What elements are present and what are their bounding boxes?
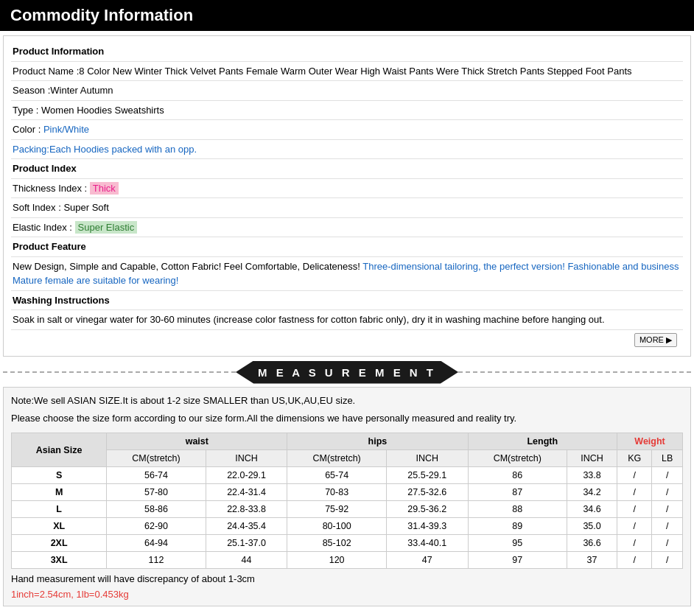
- hips-inch-cell: 31.4-39.3: [386, 518, 468, 535]
- kg-cell: /: [617, 535, 652, 552]
- waist-inch-cell: 22.8-33.8: [206, 501, 287, 518]
- table-row: XL 62-90 24.4-35.4 80-100 31.4-39.3 89 3…: [12, 518, 683, 535]
- commodity-header: Commodity Information: [0, 0, 694, 31]
- table-row: 3XL 112 44 120 47 97 37 / /: [12, 552, 683, 569]
- length-inch: INCH: [567, 450, 617, 467]
- hips-cm-cell: 65-74: [287, 467, 387, 484]
- size-table: Asian Size waist hips Length Weight CM(s…: [11, 433, 683, 569]
- footer-note-2: 1inch=2.54cm, 1lb=0.453kg: [11, 589, 683, 600]
- waist-cm-cell: 112: [107, 552, 206, 569]
- lb-cell: /: [652, 501, 683, 518]
- footer-note-2-text: 1inch=2.54cm, 1lb=0.453kg: [11, 589, 129, 600]
- lb-cell: /: [652, 552, 683, 569]
- kg-cell: /: [617, 518, 652, 535]
- hips-inch: INCH: [386, 450, 468, 467]
- product-info-title: Product Information: [13, 46, 104, 57]
- footer-note-1-text: Hand measurement will have discrepancy o…: [11, 573, 255, 584]
- length-inch-cell: 37: [567, 552, 617, 569]
- season-label: Season :: [13, 85, 50, 96]
- hips-cm: CM(stretch): [287, 450, 387, 467]
- hips-inch-cell: 33.4-40.1: [386, 535, 468, 552]
- kg-cell: /: [617, 552, 652, 569]
- footer-note-1: Hand measurement will have discrepancy o…: [11, 573, 683, 584]
- more-btn-wrapper: MORE ▶: [11, 330, 683, 350]
- size-cell: 2XL: [12, 535, 107, 552]
- lb-cell: /: [652, 467, 683, 484]
- hips-cm-cell: 80-100: [287, 518, 387, 535]
- waist-cm-cell: 56-74: [107, 467, 206, 484]
- washing-instruction: Soak in salt or vinegar water for 30-60 …: [13, 314, 605, 325]
- size-cell: L: [12, 501, 107, 518]
- size-cell: 3XL: [12, 552, 107, 569]
- weight-lb: LB: [652, 450, 683, 467]
- weight-kg: KG: [617, 450, 652, 467]
- col-weight: Weight: [617, 433, 683, 450]
- waist-cm-cell: 62-90: [107, 518, 206, 535]
- col-waist: waist: [107, 433, 287, 450]
- length-inch-cell: 34.6: [567, 501, 617, 518]
- note-1: Note:We sell ASIAN SIZE.It is about 1-2 …: [11, 393, 683, 409]
- col-hips: hips: [287, 433, 468, 450]
- col-length: Length: [468, 433, 617, 450]
- color-value: Pink/White: [43, 124, 89, 135]
- packing-value: Each Hoodies packed with an opp.: [49, 144, 197, 155]
- hips-inch-cell: 27.5-32.6: [386, 484, 468, 501]
- hips-cm-cell: 75-92: [287, 501, 387, 518]
- soft-value: Super Soft: [63, 202, 108, 213]
- measurement-banner: M E A S U R E M E N T: [236, 361, 458, 384]
- elastic-label: Elastic Index :: [13, 222, 75, 233]
- waist-inch-cell: 22.0-29.1: [206, 467, 287, 484]
- length-cm-cell: 88: [468, 501, 567, 518]
- length-inch-cell: 35.0: [567, 518, 617, 535]
- waist-cm: CM(stretch): [107, 450, 206, 467]
- hips-inch-cell: 47: [386, 552, 468, 569]
- waist-cm-cell: 64-94: [107, 535, 206, 552]
- size-cell: M: [12, 484, 107, 501]
- length-inch-cell: 36.6: [567, 535, 617, 552]
- waist-inch: INCH: [206, 450, 287, 467]
- hips-inch-cell: 25.5-29.1: [386, 467, 468, 484]
- product-name-label: Product Name :: [13, 66, 79, 77]
- lb-cell: /: [652, 518, 683, 535]
- waist-inch-cell: 24.4-35.4: [206, 518, 287, 535]
- measurement-section: Note:We sell ASIAN SIZE.It is about 1-2 …: [3, 387, 691, 607]
- waist-inch-cell: 25.1-37.0: [206, 535, 287, 552]
- hips-cm-cell: 85-102: [287, 535, 387, 552]
- hips-inch-cell: 29.5-36.2: [386, 501, 468, 518]
- type-label: Type :: [13, 105, 41, 116]
- length-cm-cell: 89: [468, 518, 567, 535]
- season-value: Winter Autumn: [50, 85, 113, 96]
- feature-text-1: New Design, Simple and Capable, Cotton F…: [13, 261, 362, 272]
- length-cm-cell: 95: [468, 535, 567, 552]
- more-button[interactable]: MORE ▶: [634, 333, 677, 347]
- size-cell: XL: [12, 518, 107, 535]
- kg-cell: /: [617, 467, 652, 484]
- hips-cm-cell: 70-83: [287, 484, 387, 501]
- packing-label: Packing:: [13, 144, 49, 155]
- kg-cell: /: [617, 484, 652, 501]
- washing-title: Washing Instructions: [13, 295, 110, 306]
- product-index-title: Product Index: [13, 163, 77, 174]
- color-label: Color :: [13, 124, 43, 135]
- size-table-wrapper: Asian Size waist hips Length Weight CM(s…: [11, 433, 683, 569]
- header-title: Commodity Information: [10, 6, 193, 24]
- thickness-value: Thick: [90, 182, 119, 195]
- table-row: S 56-74 22.0-29.1 65-74 25.5-29.1 86 33.…: [12, 467, 683, 484]
- waist-cm-cell: 57-80: [107, 484, 206, 501]
- product-info-section: Product Information Product Name :8 Colo…: [3, 35, 691, 357]
- note-2: Please choose the size form according to…: [11, 411, 683, 427]
- banner-dash-left: [3, 371, 236, 373]
- waist-inch-cell: 22.4-31.4: [206, 484, 287, 501]
- length-inch-cell: 34.2: [567, 484, 617, 501]
- waist-inch-cell: 44: [206, 552, 287, 569]
- banner-dash-right: [458, 371, 691, 373]
- length-cm-cell: 87: [468, 484, 567, 501]
- thickness-label: Thickness Index :: [13, 183, 90, 194]
- measurement-banner-row: M E A S U R E M E N T: [3, 361, 691, 384]
- length-cm-cell: 97: [468, 552, 567, 569]
- kg-cell: /: [617, 501, 652, 518]
- hips-cm-cell: 120: [287, 552, 387, 569]
- length-inch-cell: 33.8: [567, 467, 617, 484]
- table-row: M 57-80 22.4-31.4 70-83 27.5-32.6 87 34.…: [12, 484, 683, 501]
- product-name-value: 8 Color New Winter Thick Velvet Pants Fe…: [79, 66, 631, 77]
